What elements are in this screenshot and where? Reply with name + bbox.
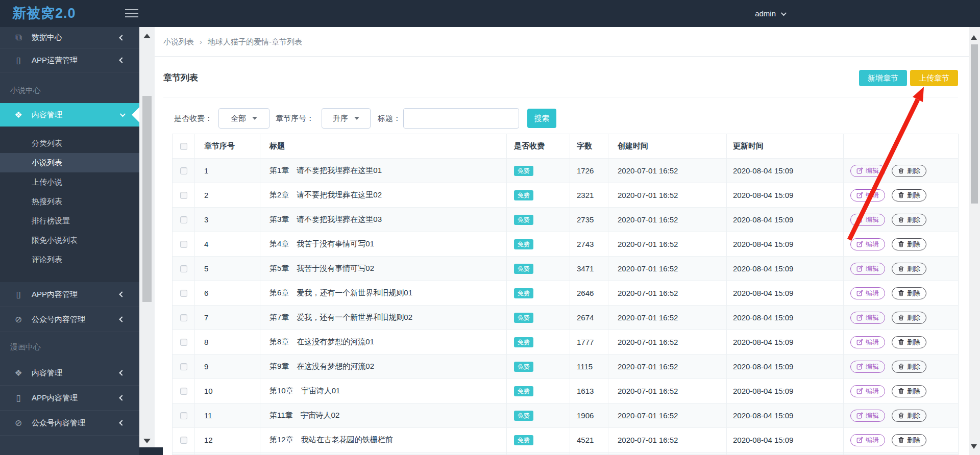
top-header: 新被窝2.0 admin (0, 0, 980, 27)
edit-icon (856, 388, 863, 394)
scroll-down-arrow[interactable] (971, 444, 977, 449)
row-checkbox[interactable] (180, 339, 187, 346)
chevron-icon (119, 35, 125, 40)
add-chapter-button[interactable]: 新增章节 (859, 70, 907, 86)
sidebar-item[interactable]: 评论列表 (0, 250, 139, 269)
page-scrollbar-thumb[interactable] (971, 44, 978, 204)
user-menu[interactable]: admin (755, 0, 785, 27)
sidebar-item[interactable]: 限免小说列表 (0, 231, 139, 250)
delete-button[interactable]: 删除 (892, 263, 926, 275)
delete-button[interactable]: 删除 (892, 312, 926, 324)
select-all-checkbox[interactable] (180, 143, 187, 150)
row-checkbox[interactable] (180, 437, 187, 444)
cell-chapter-title: 第4章 我苦于没有事情可写01 (260, 232, 507, 256)
page-scrollbar[interactable] (969, 27, 980, 455)
page-title: 章节列表 (163, 70, 198, 86)
scroll-up-arrow[interactable] (143, 34, 151, 38)
col-header-words: 字数 (570, 134, 608, 158)
edit-icon (856, 216, 863, 223)
sidebar-item-label: 限免小说列表 (32, 236, 78, 244)
delete-button[interactable]: 删除 (892, 385, 926, 397)
cell-updated-time: 2020-08-04 15:09 (727, 281, 844, 305)
sidebar-item[interactable] (0, 127, 139, 134)
edit-button[interactable]: 编辑 (850, 165, 885, 177)
fee-filter-label: 是否收费： (174, 108, 212, 129)
breadcrumb: 小说列表 › 地球人猫子的爱情-章节列表 (155, 27, 969, 57)
edit-button[interactable]: 编辑 (850, 312, 885, 324)
scroll-down-arrow[interactable] (143, 439, 151, 443)
sidebar-item[interactable]: ▯ APP内容管理 (0, 282, 139, 307)
sidebar-item[interactable]: ❖ 内容管理 (0, 361, 139, 386)
delete-button[interactable]: 删除 (892, 238, 926, 250)
sidebar-item[interactable]: 分类列表 (0, 134, 139, 153)
sidebar-item[interactable]: ▯ APP运营管理 (0, 48, 139, 72)
cell-chapter-num: 12 (195, 428, 260, 452)
delete-button[interactable]: 删除 (892, 434, 926, 446)
sidebar-item[interactable] (0, 269, 139, 282)
edit-button[interactable]: 编辑 (850, 385, 885, 397)
edit-button[interactable]: 编辑 (850, 238, 885, 250)
sidebar-item[interactable]: ⊘ 公众号内容管理 (0, 307, 139, 332)
delete-button[interactable]: 删除 (892, 336, 926, 348)
sidebar-item-label: 公众号内容管理 (32, 315, 85, 324)
delete-button[interactable]: 删除 (892, 410, 926, 422)
sidebar-scrollbar[interactable] (139, 27, 155, 455)
chevron-icon (119, 316, 125, 322)
edit-button[interactable]: 编辑 (850, 189, 885, 201)
row-checkbox[interactable] (180, 363, 187, 370)
cell-chapter-num: 5 (195, 257, 260, 281)
delete-button[interactable]: 删除 (892, 189, 926, 201)
row-checkbox[interactable] (180, 167, 187, 174)
chapter-table: 章节序号 标题 是否收费 字数 创建时间 更新时间 1 第1章 请不要把我埋葬在… (172, 134, 959, 455)
sidebar-item[interactable]: ❖ 内容管理 (0, 103, 139, 127)
sidebar-item[interactable]: 热搜列表 (0, 192, 139, 211)
row-checkbox[interactable] (180, 314, 187, 321)
sidebar-item[interactable]: 小说中心 (0, 72, 139, 103)
row-checkbox[interactable] (180, 388, 187, 395)
title-search-input[interactable] (403, 108, 519, 129)
content-corner-patch (139, 447, 163, 455)
row-checkbox[interactable] (180, 241, 187, 248)
sidebar-item[interactable]: ⊘ 公众号内容管理 (0, 411, 139, 436)
edit-button[interactable]: 编辑 (850, 336, 885, 348)
row-checkbox[interactable] (180, 290, 187, 297)
sidebar-item[interactable]: ⧉ 数据中心 (0, 27, 139, 48)
cell-updated-time: 2020-08-04 15:09 (727, 306, 844, 330)
row-checkbox[interactable] (180, 412, 187, 419)
delete-button[interactable]: 删除 (892, 287, 926, 299)
upload-chapter-button[interactable]: 上传章节 (910, 70, 958, 86)
sidebar-item[interactable]: ▯ APP内容管理 (0, 386, 139, 411)
scroll-up-arrow[interactable] (971, 35, 977, 40)
edit-button[interactable]: 编辑 (850, 410, 885, 422)
edit-icon (856, 339, 863, 345)
edit-button[interactable]: 编辑 (850, 434, 885, 446)
breadcrumb-novel-list-link[interactable]: 小说列表 (163, 27, 194, 57)
edit-button[interactable]: 编辑 (850, 214, 885, 226)
sidebar-item[interactable]: 上传小说 (0, 172, 139, 192)
cell-chapter-title: 第1章 请不要把我埋葬在这里01 (260, 159, 507, 183)
edit-button[interactable]: 编辑 (850, 287, 885, 299)
sidebar-item[interactable]: 漫画中心 (0, 332, 139, 361)
delete-button[interactable]: 删除 (892, 165, 926, 177)
row-checkbox[interactable] (180, 265, 187, 272)
sidebar-item-label: 内容管理 (32, 110, 62, 120)
cell-chapter-title: 第7章 爱我，还有一个新世界和旧规则02 (260, 306, 507, 330)
order-filter-select[interactable]: 升序 (322, 108, 371, 129)
sidebar-item[interactable]: 小说列表 (0, 153, 139, 172)
edit-icon (856, 290, 863, 296)
edit-button[interactable]: 编辑 (850, 263, 885, 275)
cell-chapter-title: 第3章 请不要把我埋葬在这里03 (260, 208, 507, 232)
fee-filter-select[interactable]: 全部 (218, 108, 270, 129)
row-checkbox[interactable] (180, 216, 187, 223)
search-button[interactable]: 搜索 (527, 109, 556, 128)
cell-created-time (608, 452, 727, 455)
edit-button[interactable]: 编辑 (850, 361, 885, 373)
sidebar-scrollbar-thumb[interactable] (142, 96, 152, 302)
sidebar-toggle-button[interactable] (125, 9, 138, 18)
delete-button[interactable]: 删除 (892, 361, 926, 373)
sidebar-item[interactable]: 排行榜设置 (0, 211, 139, 231)
delete-button[interactable]: 删除 (892, 214, 926, 226)
edit-icon (856, 241, 863, 247)
cell-chapter-num: 4 (195, 232, 260, 256)
row-checkbox[interactable] (180, 192, 187, 199)
